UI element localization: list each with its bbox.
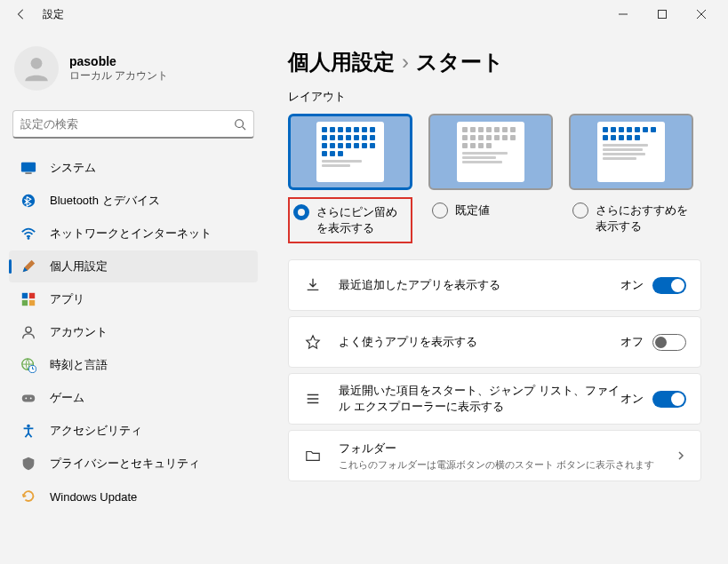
setting-label: よく使うアプリを表示する xyxy=(339,334,620,350)
svg-point-18 xyxy=(30,398,32,400)
download-icon xyxy=(303,275,323,295)
accessibility-icon xyxy=(20,422,37,440)
titlebar: 設定 xyxy=(0,0,728,28)
svg-rect-6 xyxy=(25,172,31,173)
avatar xyxy=(14,46,59,91)
toggle[interactable] xyxy=(652,391,686,408)
close-button[interactable] xyxy=(682,0,721,28)
radio-default[interactable]: 既定値 xyxy=(428,197,553,243)
list-icon xyxy=(303,389,323,409)
setting-recent-items[interactable]: 最近開いた項目をスタート、ジャンプ リスト、ファイル エクスプローラーに表示する… xyxy=(288,373,701,425)
svg-point-2 xyxy=(31,58,43,69)
sidebar-item-accessibility[interactable]: アクセシビリティ xyxy=(9,415,258,447)
sidebar-item-time[interactable]: 時刻と言語 xyxy=(9,349,258,381)
layout-more-reco[interactable] xyxy=(569,114,693,190)
folder-icon xyxy=(303,446,323,465)
toggle-state: オン xyxy=(620,391,644,407)
setting-label: 最近追加したアプリを表示する xyxy=(339,277,620,293)
sidebar-item-update[interactable]: Windows Update xyxy=(9,481,258,512)
sidebar: pasoble ローカル アカウント システム Bluetooth とデバイス … xyxy=(0,28,267,564)
sidebar-item-network[interactable]: ネットワークとインターネット xyxy=(9,218,258,250)
svg-rect-12 xyxy=(29,300,35,306)
window-title: 設定 xyxy=(43,7,64,22)
nav-label: アクセシビリティ xyxy=(50,423,142,439)
svg-point-13 xyxy=(26,327,31,332)
search-icon xyxy=(234,118,246,131)
nav-label: Windows Update xyxy=(50,490,137,504)
nav-label: Bluetooth とデバイス xyxy=(50,193,160,209)
breadcrumb: 個人用設定 › スタート xyxy=(288,48,701,76)
svg-point-19 xyxy=(27,425,30,428)
globe-clock-icon xyxy=(20,356,37,374)
toggle[interactable] xyxy=(652,334,686,351)
sidebar-item-bluetooth[interactable]: Bluetooth とデバイス xyxy=(9,185,258,217)
person-icon xyxy=(20,323,37,341)
toggle-state: オフ xyxy=(620,334,644,350)
svg-point-8 xyxy=(28,237,30,240)
nav-label: ゲーム xyxy=(50,390,84,406)
chevron-right-icon xyxy=(676,450,686,461)
profile-type: ローカル アカウント xyxy=(69,68,168,83)
setting-folders[interactable]: フォルダー これらのフォルダーは電源ボタンの横のスタート ボタンに表示されます xyxy=(288,430,701,481)
nav-label: プライバシーとセキュリティ xyxy=(50,456,200,472)
svg-rect-1 xyxy=(659,11,667,19)
breadcrumb-parent[interactable]: 個人用設定 xyxy=(288,48,395,76)
maximize-button[interactable] xyxy=(643,0,682,28)
svg-rect-10 xyxy=(29,293,35,298)
sidebar-item-apps[interactable]: アプリ xyxy=(9,283,258,315)
sidebar-item-personalization[interactable]: 個人用設定 xyxy=(9,250,258,282)
gamepad-icon xyxy=(20,389,37,407)
update-icon xyxy=(20,488,37,505)
profile[interactable]: pasoble ローカル アカウント xyxy=(5,36,261,107)
sidebar-item-privacy[interactable]: プライバシーとセキュリティ xyxy=(9,448,258,480)
bluetooth-icon xyxy=(20,192,37,210)
display-icon xyxy=(20,159,37,177)
nav-label: 個人用設定 xyxy=(50,258,108,274)
sidebar-item-gaming[interactable]: ゲーム xyxy=(9,382,258,414)
setting-recent-apps[interactable]: 最近追加したアプリを表示する オン xyxy=(288,259,701,311)
minimize-button[interactable] xyxy=(604,0,643,28)
setting-desc: これらのフォルダーは電源ボタンの横のスタート ボタンに表示されます xyxy=(339,458,668,472)
svg-point-3 xyxy=(236,119,244,127)
toggle-state: オン xyxy=(620,277,644,293)
setting-most-used[interactable]: よく使うアプリを表示する オフ xyxy=(288,316,701,368)
shield-icon xyxy=(20,455,37,473)
layout-title: レイアウト xyxy=(288,89,701,105)
sidebar-item-system[interactable]: システム xyxy=(9,152,258,184)
setting-label: 最近開いた項目をスタート、ジャンプ リスト、ファイル エクスプローラーに表示する xyxy=(339,383,620,415)
nav-label: アプリ xyxy=(50,291,84,307)
apps-icon xyxy=(20,290,37,308)
breadcrumb-sep: › xyxy=(402,50,409,75)
svg-rect-5 xyxy=(21,163,36,172)
toggle[interactable] xyxy=(652,277,686,294)
radio-label: 既定値 xyxy=(455,203,490,218)
nav-label: アカウント xyxy=(50,324,108,340)
radio-icon xyxy=(572,203,588,218)
nav: システム Bluetooth とデバイス ネットワークとインターネット 個人用設… xyxy=(5,151,261,557)
layout-options xyxy=(288,114,701,190)
radio-icon xyxy=(432,203,448,218)
radio-more-reco[interactable]: さらにおすすめを表示する xyxy=(569,197,693,243)
breadcrumb-current: スタート xyxy=(416,48,504,76)
radio-icon xyxy=(293,204,309,220)
radio-label: さらにおすすめを表示する xyxy=(596,203,690,234)
svg-rect-16 xyxy=(22,394,35,401)
search-box[interactable] xyxy=(12,110,254,139)
radio-label: さらにピン留めを表示する xyxy=(316,204,407,236)
layout-radios: さらにピン留めを表示する 既定値 さらにおすすめを表示する xyxy=(288,197,701,243)
setting-label: フォルダー xyxy=(339,441,668,457)
profile-name: pasoble xyxy=(69,54,168,68)
svg-rect-9 xyxy=(22,293,28,298)
main-content: 個人用設定 › スタート レイアウト xyxy=(267,28,728,564)
wifi-icon xyxy=(20,225,37,242)
layout-more-pins[interactable] xyxy=(288,114,412,190)
svg-rect-11 xyxy=(22,300,28,306)
search-input[interactable] xyxy=(20,117,234,131)
layout-default[interactable] xyxy=(428,114,553,190)
back-button[interactable] xyxy=(7,0,36,28)
radio-more-pins[interactable]: さらにピン留めを表示する xyxy=(288,197,412,243)
brush-icon xyxy=(20,258,37,275)
svg-line-4 xyxy=(243,126,246,130)
sidebar-item-accounts[interactable]: アカウント xyxy=(9,316,258,348)
nav-label: ネットワークとインターネット xyxy=(50,226,212,242)
